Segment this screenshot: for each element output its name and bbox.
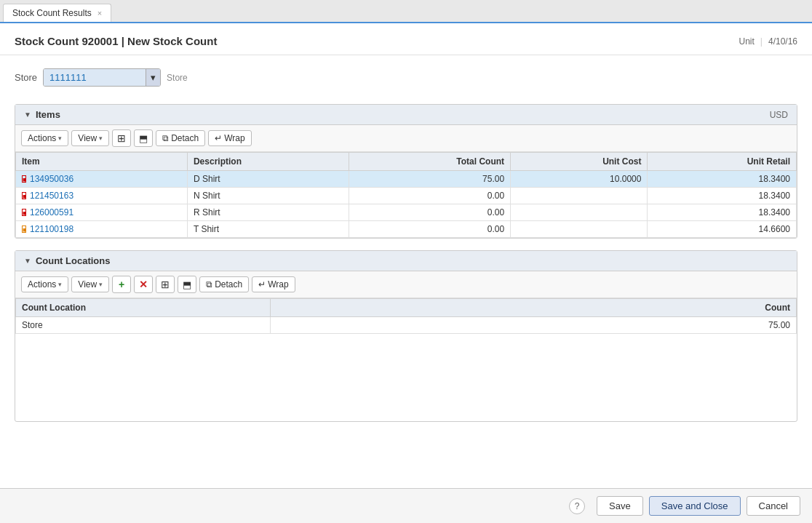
item-cell: ■ 126000591 bbox=[16, 204, 188, 221]
count-locations-section-header: ▼ Count Locations bbox=[15, 251, 797, 271]
items-toolbar: Actions ▾ View ▾ ⊞ ⬒ ⧉ Detac bbox=[15, 125, 797, 152]
tab-stock-count-results[interactable]: Stock Count Results × bbox=[3, 4, 111, 22]
item-link[interactable]: 121450163 bbox=[30, 191, 73, 201]
items-view-button[interactable]: View ▾ bbox=[71, 130, 109, 146]
col-header-unit-cost: Unit Cost bbox=[511, 153, 648, 171]
item-link[interactable]: 121100198 bbox=[30, 224, 73, 234]
help-button[interactable]: ? bbox=[569, 498, 585, 514]
col-header-unit-retail: Unit Retail bbox=[648, 153, 797, 171]
unit-retail-cell: 18.3400 bbox=[648, 171, 797, 188]
store-input[interactable] bbox=[44, 69, 146, 86]
page-meta: Unit | 4/10/16 bbox=[739, 36, 797, 47]
tab-label: Stock Count Results bbox=[12, 8, 92, 18]
save-button[interactable]: Save bbox=[597, 496, 643, 516]
count-locations-title-text: Count Locations bbox=[36, 255, 111, 266]
items-actions-button[interactable]: Actions ▾ bbox=[21, 130, 68, 146]
count-table-header-row: Count Location Count bbox=[16, 299, 797, 317]
view-arrow-icon: ▾ bbox=[99, 135, 103, 142]
tab-close-icon[interactable]: × bbox=[97, 9, 102, 17]
total-count-cell: 0.00 bbox=[349, 221, 511, 238]
item-link[interactable]: 134950036 bbox=[30, 174, 73, 184]
save-close-button[interactable]: Save and Close bbox=[649, 496, 741, 516]
unit-retail-cell: 14.6600 bbox=[648, 221, 797, 238]
actions-arrow-icon: ▾ bbox=[58, 135, 62, 142]
count-view-arrow-icon: ▾ bbox=[99, 281, 103, 288]
items-section: ▼ Items USD Actions ▾ View ▾ bbox=[15, 104, 797, 239]
unit-cost-cell bbox=[511, 221, 648, 238]
total-count-cell: 75.00 bbox=[349, 171, 511, 188]
count-export-icon: ⬒ bbox=[183, 279, 191, 290]
items-title-text: Items bbox=[36, 109, 60, 120]
item-cell: ■ 121450163 bbox=[16, 188, 188, 204]
table-row[interactable]: ■ 134950036 D Shirt 75.00 10.0000 18.340… bbox=[16, 171, 797, 188]
items-section-title: ▼ Items bbox=[24, 109, 60, 120]
meta-separator: | bbox=[760, 36, 763, 47]
count-cell: 75.00 bbox=[271, 317, 797, 334]
description-cell: R Shirt bbox=[187, 204, 349, 221]
x-icon: ✕ bbox=[139, 279, 148, 290]
count-locations-section: ▼ Count Locations Actions ▾ View ▾ bbox=[15, 250, 797, 422]
description-cell: D Shirt bbox=[187, 171, 349, 188]
count-actions-arrow-icon: ▾ bbox=[58, 281, 62, 288]
count-wrap-button[interactable]: ↵ Wrap bbox=[252, 276, 295, 292]
table-row[interactable]: ■ 121450163 N Shirt 0.00 18.3400 bbox=[16, 188, 797, 204]
content-scroll[interactable]: Store ▾ Store ▼ Items USD bbox=[0, 55, 812, 488]
main-content: Stock Count 920001 | New Stock Count Uni… bbox=[0, 23, 812, 523]
items-detach-button[interactable]: ⧉ Detach bbox=[156, 130, 205, 146]
export-icon: ⬒ bbox=[139, 133, 148, 144]
items-wrap-button[interactable]: ↵ Wrap bbox=[208, 130, 251, 146]
count-view-button[interactable]: View ▾ bbox=[71, 276, 109, 292]
cancel-button[interactable]: Cancel bbox=[747, 496, 800, 516]
count-add-button[interactable]: + bbox=[112, 276, 131, 293]
count-export-icon-button[interactable]: ⬒ bbox=[178, 276, 196, 293]
count-spreadsheet-icon: ⊞ bbox=[161, 279, 170, 290]
count-actions-button[interactable]: Actions ▾ bbox=[21, 276, 68, 292]
item-marker-icon: ■ bbox=[22, 225, 26, 233]
item-marker-icon: ■ bbox=[22, 209, 26, 216]
items-export-icon-button[interactable]: ⬒ bbox=[134, 129, 153, 147]
unit-label: Unit bbox=[739, 36, 754, 47]
count-table-empty-space bbox=[15, 334, 797, 421]
description-cell: N Shirt bbox=[187, 188, 349, 204]
count-locations-collapse-icon[interactable]: ▼ bbox=[24, 257, 31, 265]
col-header-item: Item bbox=[16, 153, 188, 171]
date-label: 4/10/16 bbox=[768, 36, 797, 47]
page-header: Stock Count 920001 | New Stock Count Uni… bbox=[0, 23, 812, 55]
store-dropdown-button[interactable]: ▾ bbox=[146, 69, 160, 86]
store-input-wrap: ▾ bbox=[43, 68, 161, 87]
unit-cost-cell bbox=[511, 188, 648, 204]
items-table: Item Description Total Count Unit Cost U… bbox=[15, 152, 797, 238]
count-delete-button[interactable]: ✕ bbox=[134, 276, 153, 293]
item-link[interactable]: 126000591 bbox=[30, 207, 73, 217]
items-spreadsheet-icon-button[interactable]: ⊞ bbox=[112, 129, 131, 147]
col-header-total-count: Total Count bbox=[349, 153, 511, 171]
count-detach-button[interactable]: ⧉ Detach bbox=[199, 276, 249, 292]
unit-cost-cell: 10.0000 bbox=[511, 171, 648, 188]
count-locations-table: Count Location Count Store 75.00 bbox=[15, 298, 797, 334]
table-row[interactable]: ■ 121100198 T Shirt 0.00 14.6600 bbox=[16, 221, 797, 238]
col-header-count-location: Count Location bbox=[16, 299, 271, 317]
plus-icon: + bbox=[119, 279, 124, 290]
item-cell: ■ 121100198 bbox=[16, 221, 188, 238]
table-row: Store 75.00 bbox=[16, 317, 797, 334]
items-currency: USD bbox=[770, 110, 788, 120]
unit-retail-cell: 18.3400 bbox=[648, 204, 797, 221]
col-header-count: Count bbox=[271, 299, 797, 317]
item-marker-icon: ■ bbox=[22, 192, 26, 199]
table-row[interactable]: ■ 126000591 R Shirt 0.00 18.3400 bbox=[16, 204, 797, 221]
count-table-container: Count Location Count Store 75.00 bbox=[15, 298, 797, 334]
count-location-cell: Store bbox=[16, 317, 271, 334]
count-spreadsheet-icon-button[interactable]: ⊞ bbox=[156, 276, 175, 293]
total-count-cell: 0.00 bbox=[349, 188, 511, 204]
items-collapse-icon[interactable]: ▼ bbox=[24, 111, 31, 119]
page-title: Stock Count 920001 | New Stock Count bbox=[15, 35, 217, 47]
footer: ? Save Save and Close Cancel bbox=[0, 488, 812, 523]
count-detach-icon: ⧉ bbox=[206, 279, 212, 290]
item-cell: ■ 134950036 bbox=[16, 171, 188, 188]
store-label: Store bbox=[15, 72, 37, 83]
unit-retail-cell: 18.3400 bbox=[648, 188, 797, 204]
items-section-header: ▼ Items USD bbox=[15, 105, 797, 125]
count-locations-title: ▼ Count Locations bbox=[24, 255, 110, 266]
help-icon: ? bbox=[575, 501, 580, 511]
items-table-header-row: Item Description Total Count Unit Cost U… bbox=[16, 153, 797, 171]
